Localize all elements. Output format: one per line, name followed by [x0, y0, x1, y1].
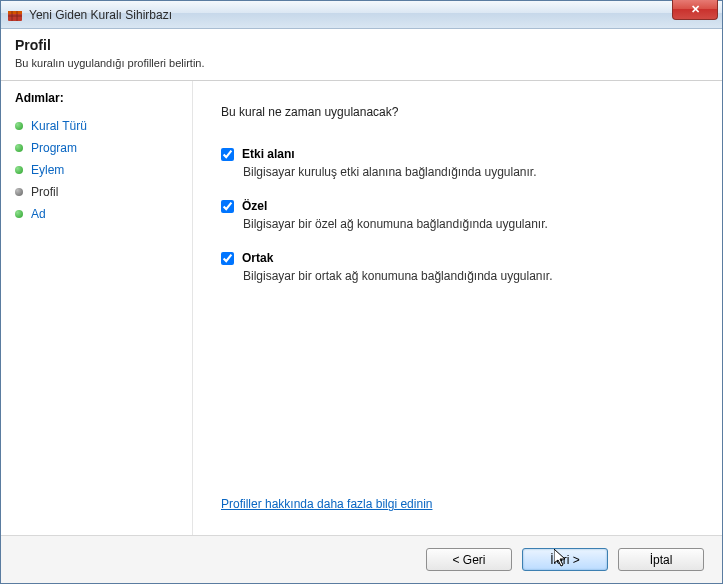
svg-rect-1 — [8, 11, 22, 14]
step-profil[interactable]: Profil — [15, 181, 182, 203]
checkbox-ozel[interactable] — [221, 200, 234, 213]
cancel-button[interactable]: İptal — [618, 548, 704, 571]
option-etki-alani: Etki alanı Bilgisayar kuruluş etki alanı… — [221, 147, 694, 179]
wizard-footer: < Geri İleri > İptal — [1, 535, 722, 583]
step-link[interactable]: Kural Türü — [31, 119, 87, 133]
option-desc: Bilgisayar bir özel ağ konumuna bağlandı… — [243, 217, 694, 231]
checkbox-etki-alani[interactable] — [221, 148, 234, 161]
option-label: Ortak — [242, 251, 273, 265]
next-button[interactable]: İleri > — [522, 548, 608, 571]
step-eylem[interactable]: Eylem — [15, 159, 182, 181]
option-label: Etki alanı — [242, 147, 295, 161]
page-title: Profil — [15, 37, 708, 53]
step-link[interactable]: Program — [31, 141, 77, 155]
step-link[interactable]: Eylem — [31, 163, 64, 177]
option-desc: Bilgisayar kuruluş etki alanına bağlandı… — [243, 165, 694, 179]
steps-heading: Adımlar: — [15, 91, 182, 105]
step-bullet-icon — [15, 144, 23, 152]
step-program[interactable]: Program — [15, 137, 182, 159]
option-ortak: Ortak Bilgisayar bir ortak ağ konumuna b… — [221, 251, 694, 283]
close-button[interactable]: ✕ — [672, 0, 718, 20]
checkbox-ortak[interactable] — [221, 252, 234, 265]
step-bullet-icon — [15, 166, 23, 174]
steps-sidebar: Adımlar: Kural Türü Program Eylem Profil… — [1, 81, 193, 535]
window-title: Yeni Giden Kuralı Sihirbazı — [29, 8, 172, 22]
more-info: Profiller hakkında daha fazla bilgi edin… — [221, 497, 694, 511]
step-bullet-icon — [15, 210, 23, 218]
step-bullet-icon — [15, 122, 23, 130]
close-icon: ✕ — [691, 3, 700, 16]
question-text: Bu kural ne zaman uygulanacak? — [221, 105, 694, 119]
option-ozel: Özel Bilgisayar bir özel ağ konumuna bağ… — [221, 199, 694, 231]
firewall-icon — [7, 7, 23, 23]
step-bullet-icon — [15, 188, 23, 196]
content-pane: Bu kural ne zaman uygulanacak? Etki alan… — [193, 81, 722, 535]
wizard-body: Adımlar: Kural Türü Program Eylem Profil… — [1, 81, 722, 535]
step-ad[interactable]: Ad — [15, 203, 182, 225]
step-kural-turu[interactable]: Kural Türü — [15, 115, 182, 137]
titlebar[interactable]: Yeni Giden Kuralı Sihirbazı ✕ — [1, 1, 722, 29]
step-label: Profil — [31, 185, 58, 199]
back-button[interactable]: < Geri — [426, 548, 512, 571]
page-subtitle: Bu kuralın uygulandığı profilleri belirt… — [15, 57, 708, 69]
option-label: Özel — [242, 199, 267, 213]
more-info-link[interactable]: Profiller hakkında daha fazla bilgi edin… — [221, 497, 432, 511]
option-desc: Bilgisayar bir ortak ağ konumuna bağland… — [243, 269, 694, 283]
wizard-window: Yeni Giden Kuralı Sihirbazı ✕ Profil Bu … — [0, 0, 723, 584]
wizard-header: Profil Bu kuralın uygulandığı profilleri… — [1, 29, 722, 81]
step-link[interactable]: Ad — [31, 207, 46, 221]
